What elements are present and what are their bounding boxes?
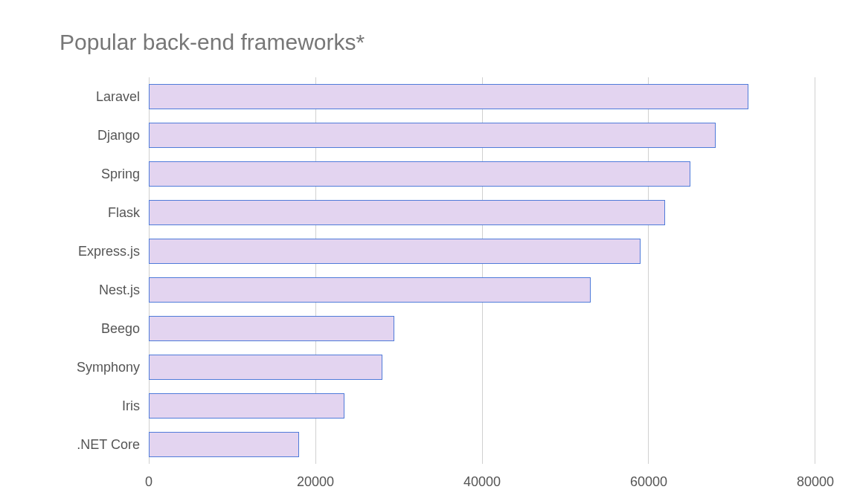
bar-laravel [149,84,748,109]
y-tick-label: Flask [22,193,149,232]
y-tick-label: Express.js [22,232,149,271]
y-tick-label: Laravel [22,77,149,116]
bar-row [149,271,815,309]
bar-beego [149,316,394,341]
y-tick-label: Symphony [22,348,149,387]
bar-row [149,309,815,348]
plot-region [149,77,815,464]
bar-row [149,232,815,271]
x-tick-label: 40000 [463,474,501,490]
bar-row [149,193,815,232]
bar-django [149,123,716,148]
y-tick-label: Nest.js [22,271,149,309]
x-tick-label: 20000 [297,474,334,490]
bar-iris [149,393,344,419]
bar-row [149,116,815,155]
bar-symphony [149,355,382,380]
chart-plot-area: Laravel Django Spring Flask Express.js N… [15,77,830,464]
y-tick-label: Django [22,116,149,155]
bar-expressjs [149,239,641,264]
bar-row [149,155,815,193]
y-axis-labels: Laravel Django Spring Flask Express.js N… [22,77,149,464]
bars-container [149,77,815,464]
y-tick-label: Spring [22,155,149,193]
y-tick-label: Iris [22,387,149,425]
y-tick-label: .NET Core [22,425,149,464]
bar-flask [149,200,665,225]
x-tick-label: 0 [145,474,153,490]
bar-row [149,348,815,387]
bar-row [149,387,815,425]
y-tick-label: Beego [22,309,149,348]
bar-spring [149,161,690,187]
bar-row [149,425,815,464]
x-axis: 0 20000 40000 60000 80000 [149,464,815,494]
bar-dotnetcore [149,432,299,457]
x-tick-label: 60000 [630,474,667,490]
bar-nestjs [149,277,591,303]
bar-row [149,77,815,116]
x-tick-label: 80000 [797,474,834,490]
chart-title: Popular back-end frameworks* [15,15,830,77]
